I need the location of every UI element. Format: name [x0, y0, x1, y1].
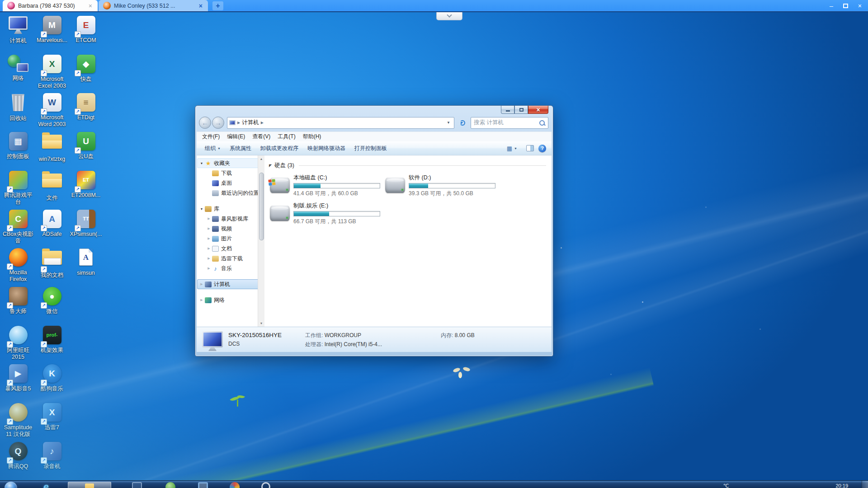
- desktop-icon-network[interactable]: 网络: [1, 54, 35, 82]
- desktop-icon-aliwangwang-2015[interactable]: ↗阿里旺旺 2015: [1, 325, 35, 361]
- show-desktop-button[interactable]: [862, 481, 868, 488]
- drive-d[interactable]: 软件 (D:) 39.3 GB 可用，共 50.0 GB: [385, 174, 500, 197]
- desktop-icon-baofeng-5[interactable]: ▶↗暴风影音5: [1, 363, 35, 392]
- expand-arrow-icon[interactable]: ▶: [206, 227, 212, 230]
- desktop-icon-adsafe[interactable]: A↗ADSafe: [35, 209, 69, 238]
- new-tab-button[interactable]: +: [212, 1, 223, 10]
- ring-app-icon[interactable]: [261, 482, 270, 488]
- desktop-icon-simsun[interactable]: Asimsun: [69, 247, 103, 277]
- menu-help[interactable]: 帮助(H): [299, 132, 325, 141]
- sidebar-item-music[interactable]: ▶♪音乐: [197, 263, 264, 273]
- green-app-icon[interactable]: [165, 482, 175, 488]
- expand-arrow-icon[interactable]: ▶: [206, 267, 212, 270]
- sidebar-item-downloads[interactable]: 下载: [197, 168, 264, 178]
- desktop-icon-my-documents[interactable]: ↗我的文档: [35, 247, 69, 279]
- address-bar[interactable]: ▶ 计算机 ▶ ▼: [227, 117, 454, 129]
- internet-explorer-icon[interactable]: e: [43, 481, 49, 488]
- expand-arrow-icon[interactable]: ▶: [206, 217, 212, 221]
- desktop-icon-kugou-music[interactable]: K↗酷狗音乐: [35, 363, 69, 392]
- window-close-button[interactable]: ×: [528, 106, 548, 114]
- sidebar-item-computer[interactable]: ▶计算机: [197, 279, 264, 289]
- desktop-icon-control-panel[interactable]: ▦控制面板: [1, 131, 35, 160]
- toolbar-open-control-panel[interactable]: 打开控制面板: [350, 143, 392, 154]
- sidebar-item-videos[interactable]: ▶视频: [197, 224, 264, 234]
- desktop-icon-wechat[interactable]: ●↗微信: [35, 286, 69, 315]
- window-maximize-button[interactable]: [514, 106, 528, 114]
- sidebar-item-xunlei-downloads[interactable]: ▶迅雷下载: [197, 253, 264, 263]
- close-button[interactable]: ×: [858, 3, 862, 9]
- desktop-icon-jijia-xiaoguo[interactable]: prof-↗机架效果: [35, 325, 69, 354]
- desktop-icon-samplitude-11[interactable]: ↗Samplitude 11 汉化版: [1, 402, 35, 438]
- sidebar-scrollbar[interactable]: ▲ ▼: [258, 155, 264, 327]
- scroll-down-icon[interactable]: ▼: [258, 320, 264, 327]
- desktop-icon-ludashi[interactable]: ↗鲁大师: [1, 286, 35, 315]
- desktop-icon-cbox-cntv[interactable]: C↗CBox央视影音: [1, 209, 35, 244]
- desktop-icon-yun-u-pan[interactable]: U↗云U盘: [69, 131, 103, 160]
- tray-clock[interactable]: 20:19: [835, 483, 848, 488]
- toolbar-organize[interactable]: 组织▼: [200, 143, 225, 154]
- desktop-icon-excel-2003[interactable]: X↗Microsoft Excel 2003: [35, 54, 69, 89]
- minimize-button[interactable]: –: [830, 3, 833, 9]
- collapse-arrow-icon[interactable]: ▼: [199, 162, 204, 165]
- explorer-title-bar[interactable]: ×: [195, 106, 553, 116]
- window-task-icon[interactable]: [132, 482, 142, 488]
- desktop-icon-win7xtztxg-folder[interactable]: win7xtztxg: [35, 131, 69, 163]
- sidebar-item-documents[interactable]: ▶文档: [197, 244, 264, 253]
- frame-app-icon[interactable]: [198, 482, 208, 488]
- close-tab-icon[interactable]: ×: [198, 3, 203, 9]
- desktop-icon-recycle-bin[interactable]: 回收站: [1, 92, 35, 122]
- start-button[interactable]: [5, 482, 17, 488]
- menu-file[interactable]: 文件(F): [198, 132, 223, 141]
- toolbar-map-network-drive[interactable]: 映射网络驱动器: [303, 143, 350, 154]
- address-dropdown-icon[interactable]: ▼: [445, 121, 452, 125]
- desktop-icon-xunlei-7[interactable]: X↗迅雷7: [35, 402, 69, 431]
- sidebar-item-libraries[interactable]: ▼库: [197, 204, 264, 214]
- drive-c[interactable]: 本地磁盘 (C:) 41.4 GB 可用，共 60.0 GB: [270, 174, 385, 197]
- expand-arrow-icon[interactable]: ▶: [206, 257, 212, 260]
- menu-view[interactable]: 查看(V): [249, 132, 274, 141]
- refresh-button[interactable]: [457, 117, 468, 128]
- back-button[interactable]: ←: [199, 117, 211, 129]
- desktop-icon-etdigt[interactable]: ≡↗ETDigt: [69, 92, 103, 121]
- tab-mike-conley[interactable]: Mike Conley (533 512 ... ×: [99, 0, 208, 11]
- desktop-icon-luyinji[interactable]: ♪↗录音机: [35, 441, 69, 470]
- menu-tools[interactable]: 工具(T): [274, 132, 299, 141]
- sidebar-item-desktop[interactable]: 桌面: [197, 178, 264, 188]
- expand-arrow-icon[interactable]: ▶: [206, 247, 212, 250]
- drive-group-header[interactable]: ◤ 硬盘 (3): [269, 162, 546, 169]
- toolbar-uninstall-program[interactable]: 卸载或更改程序: [256, 143, 303, 154]
- expand-arrow-icon[interactable]: ▶: [199, 298, 204, 302]
- sidebar-item-network[interactable]: ▶网络: [197, 295, 264, 305]
- desktop-icon-kuaipan[interactable]: ◆↗快盘: [69, 54, 103, 83]
- expand-arrow-icon[interactable]: ▶: [199, 282, 204, 286]
- desktop-icon-xpsimsun[interactable]: TT↗XPsimsun(...: [69, 209, 103, 238]
- close-tab-icon[interactable]: ×: [88, 3, 93, 9]
- change-view-button[interactable]: ▦▼: [502, 143, 522, 154]
- desktop-icon-mozilla-firefox[interactable]: ↗Mozilla Firefox: [1, 247, 35, 283]
- menu-edit[interactable]: 编辑(E): [223, 132, 249, 141]
- breadcrumb[interactable]: 计算机: [242, 119, 259, 127]
- desktop-icon-tencent-qq[interactable]: Q↗腾讯QQ: [1, 441, 35, 470]
- desktop-icon-etcom[interactable]: E↗ETCOM: [69, 15, 103, 44]
- window-minimize-button[interactable]: [501, 106, 514, 114]
- sidebar-item-baofeng-library[interactable]: ▶暴风影视库: [197, 214, 264, 224]
- sidebar-item-recent-places[interactable]: 最近访问的位置: [197, 188, 264, 198]
- search-box[interactable]: 搜索 计算机: [471, 117, 548, 129]
- desktop-icon-word-2003[interactable]: W↗Microsoft Word 2003: [35, 92, 69, 128]
- forward-button[interactable]: →: [212, 117, 224, 129]
- tab-barbara[interactable]: Barbara (798 437 530) ×: [3, 0, 98, 11]
- colorful-app-icon[interactable]: [230, 482, 240, 488]
- desktop-icon-wenjian-folder[interactable]: 文件: [35, 170, 69, 202]
- drive-e[interactable]: 制版.娱乐 (E:) 66.7 GB 可用，共 113 GB: [270, 202, 385, 225]
- remote-toolbar-collapse-button[interactable]: [436, 12, 462, 20]
- collapse-arrow-icon[interactable]: ▼: [199, 207, 204, 211]
- scroll-up-icon[interactable]: ▲: [258, 155, 264, 162]
- sidebar-item-pictures[interactable]: ▶图片: [197, 234, 264, 244]
- help-button[interactable]: ?: [538, 145, 546, 152]
- maximize-button[interactable]: [843, 3, 848, 9]
- sidebar-item-favorites[interactable]: ▼★收藏夹: [197, 158, 264, 168]
- toolbar-system-properties[interactable]: 系统属性: [225, 143, 256, 154]
- desktop-icon-computer[interactable]: 计算机: [1, 15, 35, 44]
- scrollbar-thumb[interactable]: [259, 173, 264, 240]
- expand-arrow-icon[interactable]: ▶: [206, 237, 212, 240]
